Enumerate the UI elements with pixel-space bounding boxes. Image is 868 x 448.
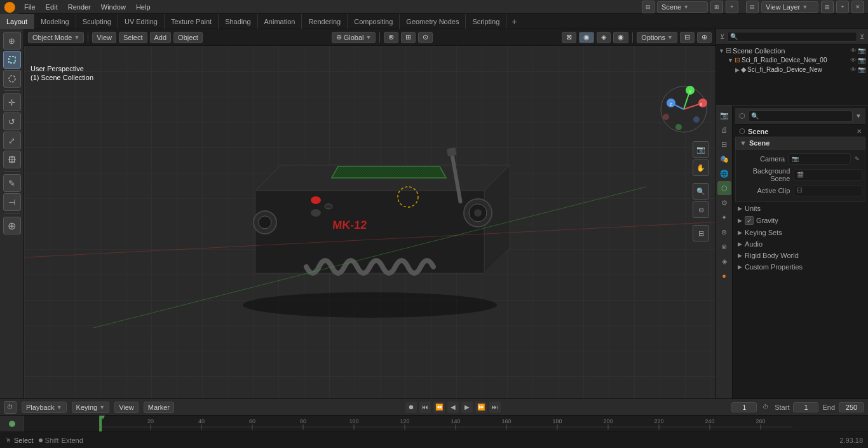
scene-name-btn[interactable]: Scene ▼ (657, 1, 708, 13)
active-clip-value[interactable]: 🎞 (794, 185, 862, 196)
skip-to-end-btn[interactable]: ⏭ (489, 402, 501, 413)
tool-move[interactable]: ✛ (3, 93, 21, 111)
outliner-search[interactable]: 🔍 (727, 32, 857, 42)
viewport-shading-wire[interactable]: ⊠ (562, 32, 576, 43)
viewport-shading-material[interactable]: ◈ (597, 32, 611, 43)
select-menu[interactable]: Select (119, 32, 147, 43)
outliner-vis-icon[interactable]: 👁 (850, 47, 857, 54)
tab-modeling[interactable]: Modeling (34, 14, 76, 29)
scene-new-btn[interactable]: + (726, 1, 738, 13)
options-btn[interactable]: Options ▼ (637, 32, 677, 43)
add-workspace-btn[interactable]: + (506, 15, 522, 29)
tab-compositing[interactable]: Compositing (348, 14, 400, 29)
keying-btn[interactable]: Keying ▼ (72, 402, 110, 413)
3d-viewport[interactable]: User Perspective (1) Scene Collection (24, 46, 715, 398)
prop-scene-icon[interactable]: 🎭 (717, 152, 731, 166)
mesh-render-icon[interactable]: 📷 (858, 66, 865, 73)
marker-btn[interactable]: Marker (144, 402, 174, 413)
timeline-editor-icon[interactable]: ⏱ (4, 401, 17, 414)
audio-section-header[interactable]: ▶ Audio (735, 239, 865, 249)
view-layer-copy[interactable]: ⊞ (821, 1, 834, 13)
scene-options-btn[interactable]: ✕ (857, 128, 862, 135)
outliner-device-mesh[interactable]: ▶ ◆ Sci_fi_Radio_Device_New 👁 📷 (717, 65, 867, 74)
tool-select-box[interactable] (3, 51, 21, 69)
nav-gizmo[interactable]: X Y Z (658, 84, 709, 135)
record-btn[interactable]: ⏺ (405, 402, 417, 413)
skip-to-start-btn[interactable]: ⏮ (419, 402, 431, 413)
timeline-view-btn[interactable]: View (114, 402, 139, 413)
tool-measure[interactable]: ⊣ (3, 193, 21, 211)
rigid-body-header[interactable]: ▶ Rigid Body World (735, 250, 865, 261)
menu-window[interactable]: Window (96, 0, 131, 14)
tool-cursor[interactable]: ⊕ (3, 32, 21, 50)
prop-output-icon[interactable]: 🖨 (717, 123, 731, 137)
menu-edit[interactable]: Edit (41, 0, 63, 14)
current-frame-input[interactable]: 1 (731, 402, 757, 412)
dev-render-icon[interactable]: 📷 (858, 57, 865, 64)
view-layer-remove[interactable]: ✕ (851, 1, 864, 13)
view-layer-icon[interactable]: ⊟ (746, 1, 759, 13)
viewport-shading-solid[interactable]: ◉ (579, 32, 594, 43)
scene-copy-btn[interactable]: ⊞ (710, 1, 723, 13)
step-forward-btn[interactable]: ⏩ (475, 402, 487, 413)
menu-help[interactable]: Help (131, 0, 156, 14)
hand-tool-btn[interactable]: ✋ (693, 160, 709, 176)
menu-render[interactable]: Render (63, 0, 96, 14)
props-filter-btn[interactable]: ▼ (855, 112, 862, 119)
mode-selector[interactable]: Object Mode ▼ (28, 32, 84, 43)
play-back-btn[interactable]: ◀ (447, 402, 459, 413)
outliner-scene-collection[interactable]: ▼ ⊟ Scene Collection 👁 📷 (717, 46, 867, 55)
tool-annotate[interactable]: ✎ (3, 174, 21, 192)
prop-view-layer-icon[interactable]: ⊟ (717, 137, 731, 151)
use-preview-range-btn[interactable]: ⏱ (761, 402, 771, 412)
start-frame-input[interactable]: 1 (793, 402, 818, 412)
prop-particles-icon[interactable]: ✦ (717, 210, 731, 224)
tool-rotate[interactable]: ↺ (3, 112, 21, 130)
tab-scripting[interactable]: Scripting (466, 14, 506, 29)
proportional-btn[interactable]: ⊙ (418, 32, 433, 43)
playback-btn[interactable]: Playback ▼ (22, 402, 67, 413)
prop-physics-icon[interactable]: ⊛ (717, 225, 731, 239)
timeline-ruler[interactable]: 20 40 60 80 100 120 140 160 180 200 (24, 416, 868, 431)
viewport-shading-render[interactable]: ◉ (613, 32, 628, 43)
tool-transform[interactable] (3, 151, 21, 168)
zoom-out-btn[interactable]: ⊖ (693, 201, 709, 218)
step-back-btn[interactable]: ⏪ (433, 402, 445, 413)
camera-view-btn[interactable]: 📷 (693, 141, 709, 158)
properties-search[interactable]: 🔍 (748, 111, 853, 122)
tool-scale[interactable]: ⤢ (3, 132, 21, 149)
local-view-btn[interactable]: ⊟ (693, 225, 709, 241)
custom-props-header[interactable]: ▶ Custom Properties (735, 262, 865, 272)
tab-layout[interactable]: Layout (0, 14, 34, 29)
background-scene-value[interactable]: 🎬 (794, 169, 862, 180)
tab-geometry-nodes[interactable]: Geometry Nodes (400, 14, 466, 29)
gravity-checkbox[interactable]: ✓ (745, 216, 754, 225)
tab-uv-editing[interactable]: UV Editing (118, 14, 165, 29)
view-layer-add[interactable]: + (836, 1, 849, 13)
camera-edit-btn[interactable]: ✎ (852, 154, 862, 164)
play-forward-btn[interactable]: ▶ (461, 402, 473, 413)
prop-constraints-icon[interactable]: ⊗ (717, 240, 731, 254)
scene-selector-icon[interactable]: ⊟ (642, 1, 654, 13)
mesh-vis-icon[interactable]: 👁 (850, 66, 857, 73)
overlay-btn[interactable]: ⊟ (680, 32, 695, 43)
snap-btn[interactable]: ⊞ (401, 32, 416, 43)
gizmo-btn[interactable]: ⊕ (697, 32, 712, 43)
tab-rendering[interactable]: Rendering (302, 14, 348, 29)
menu-file[interactable]: File (19, 0, 41, 14)
keying-sets-header[interactable]: ▶ Keying Sets (735, 227, 865, 238)
tab-animation[interactable]: Animation (258, 14, 302, 29)
prop-world-icon[interactable]: 🌐 (717, 166, 731, 180)
tool-select-circle[interactable] (3, 70, 21, 88)
view-layer-btn[interactable]: View Layer ▼ (761, 1, 818, 13)
zoom-in-btn[interactable]: 🔍 (693, 183, 709, 200)
end-frame-input[interactable]: 250 (839, 402, 864, 412)
dev-vis-icon[interactable]: 👁 (850, 57, 857, 64)
scene-subsection-header[interactable]: ▼ Scene (735, 137, 865, 149)
transform-selector[interactable]: ⊕ Global ▼ (332, 32, 376, 43)
tool-add-object[interactable]: ⊕ (3, 217, 21, 234)
tab-sculpting[interactable]: Sculpting (76, 14, 118, 29)
object-menu[interactable]: Object (173, 32, 203, 43)
units-section-header[interactable]: ▶ Units (735, 203, 865, 214)
pivot-btn[interactable]: ⊗ (384, 32, 398, 43)
